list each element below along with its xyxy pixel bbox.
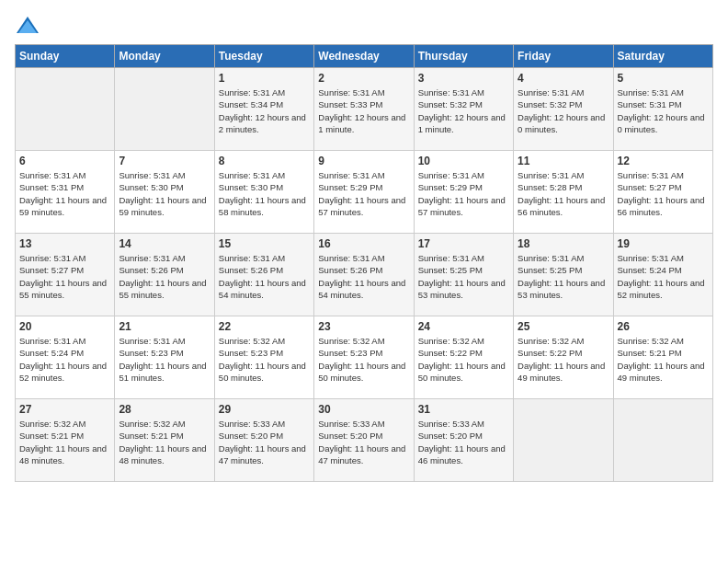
calendar-cell: 30 Sunrise: 5:33 AMSunset: 5:20 PMDaylig… <box>314 399 414 482</box>
calendar-cell: 28 Sunrise: 5:32 AMSunset: 5:21 PMDaylig… <box>115 399 214 482</box>
day-number: 16 <box>318 237 409 250</box>
calendar-cell: 3 Sunrise: 5:31 AMSunset: 5:32 PMDayligh… <box>414 68 513 151</box>
header <box>15 15 713 35</box>
weekday-header: Friday <box>514 45 613 68</box>
weekday-header: Thursday <box>414 45 513 68</box>
day-info: Sunrise: 5:31 AMSunset: 5:26 PMDaylight:… <box>119 252 210 301</box>
day-info: Sunrise: 5:31 AMSunset: 5:31 PMDaylight:… <box>618 86 709 135</box>
calendar-cell: 20 Sunrise: 5:31 AMSunset: 5:24 PMDaylig… <box>16 316 115 399</box>
day-number: 23 <box>318 320 409 333</box>
day-info: Sunrise: 5:31 AMSunset: 5:29 PMDaylight:… <box>318 169 409 218</box>
day-info: Sunrise: 5:32 AMSunset: 5:23 PMDaylight:… <box>318 335 409 384</box>
calendar-cell: 9 Sunrise: 5:31 AMSunset: 5:29 PMDayligh… <box>314 151 414 234</box>
calendar-cell <box>115 68 214 151</box>
calendar-cell: 24 Sunrise: 5:32 AMSunset: 5:22 PMDaylig… <box>414 316 513 399</box>
day-info: Sunrise: 5:32 AMSunset: 5:21 PMDaylight:… <box>618 335 709 384</box>
day-number: 22 <box>219 320 310 333</box>
calendar-cell: 17 Sunrise: 5:31 AMSunset: 5:25 PMDaylig… <box>414 234 513 316</box>
calendar-body: 1 Sunrise: 5:31 AMSunset: 5:34 PMDayligh… <box>16 68 713 482</box>
day-number: 1 <box>219 72 310 85</box>
calendar-cell: 23 Sunrise: 5:32 AMSunset: 5:23 PMDaylig… <box>314 316 414 399</box>
calendar-cell: 1 Sunrise: 5:31 AMSunset: 5:34 PMDayligh… <box>214 68 313 151</box>
calendar-cell: 26 Sunrise: 5:32 AMSunset: 5:21 PMDaylig… <box>613 316 712 399</box>
calendar-cell: 11 Sunrise: 5:31 AMSunset: 5:28 PMDaylig… <box>514 151 613 234</box>
day-number: 28 <box>119 403 210 416</box>
day-info: Sunrise: 5:31 AMSunset: 5:28 PMDaylight:… <box>518 169 609 218</box>
day-number: 21 <box>119 320 210 333</box>
day-info: Sunrise: 5:31 AMSunset: 5:26 PMDaylight:… <box>219 252 310 301</box>
weekday-header: Monday <box>115 45 214 68</box>
day-info: Sunrise: 5:32 AMSunset: 5:22 PMDaylight:… <box>418 335 509 384</box>
weekday-header: Wednesday <box>314 45 414 68</box>
day-info: Sunrise: 5:31 AMSunset: 5:30 PMDaylight:… <box>119 169 210 218</box>
day-number: 9 <box>318 155 409 167</box>
day-number: 11 <box>518 155 609 167</box>
day-info: Sunrise: 5:31 AMSunset: 5:27 PMDaylight:… <box>19 252 110 301</box>
calendar-cell: 25 Sunrise: 5:32 AMSunset: 5:22 PMDaylig… <box>514 316 613 399</box>
calendar-table: SundayMondayTuesdayWednesdayThursdayFrid… <box>15 44 713 482</box>
day-number: 4 <box>518 72 609 85</box>
day-number: 15 <box>219 237 310 250</box>
day-number: 17 <box>418 237 509 250</box>
calendar-cell: 22 Sunrise: 5:32 AMSunset: 5:23 PMDaylig… <box>214 316 313 399</box>
day-info: Sunrise: 5:31 AMSunset: 5:32 PMDaylight:… <box>518 86 609 135</box>
calendar-cell: 27 Sunrise: 5:32 AMSunset: 5:21 PMDaylig… <box>16 399 115 482</box>
day-number: 19 <box>618 237 709 250</box>
day-number: 13 <box>19 237 110 250</box>
day-info: Sunrise: 5:33 AMSunset: 5:20 PMDaylight:… <box>318 418 409 466</box>
day-info: Sunrise: 5:31 AMSunset: 5:23 PMDaylight:… <box>119 335 210 384</box>
weekday-header: Tuesday <box>214 45 313 68</box>
day-info: Sunrise: 5:31 AMSunset: 5:30 PMDaylight:… <box>219 169 310 218</box>
day-info: Sunrise: 5:31 AMSunset: 5:26 PMDaylight:… <box>318 252 409 301</box>
day-number: 10 <box>418 155 509 167</box>
calendar-cell <box>16 68 115 151</box>
calendar-cell: 15 Sunrise: 5:31 AMSunset: 5:26 PMDaylig… <box>214 234 313 316</box>
day-number: 5 <box>618 72 709 85</box>
calendar-cell: 2 Sunrise: 5:31 AMSunset: 5:33 PMDayligh… <box>314 68 414 151</box>
day-info: Sunrise: 5:32 AMSunset: 5:22 PMDaylight:… <box>518 335 609 384</box>
calendar-cell: 4 Sunrise: 5:31 AMSunset: 5:32 PMDayligh… <box>514 68 613 151</box>
day-number: 24 <box>418 320 509 333</box>
day-info: Sunrise: 5:33 AMSunset: 5:20 PMDaylight:… <box>418 418 509 466</box>
day-number: 14 <box>119 237 210 250</box>
day-number: 7 <box>119 155 210 167</box>
day-number: 3 <box>418 72 509 85</box>
calendar-cell: 10 Sunrise: 5:31 AMSunset: 5:29 PMDaylig… <box>414 151 513 234</box>
calendar-cell: 14 Sunrise: 5:31 AMSunset: 5:26 PMDaylig… <box>115 234 214 316</box>
calendar-cell: 7 Sunrise: 5:31 AMSunset: 5:30 PMDayligh… <box>115 151 214 234</box>
day-number: 25 <box>518 320 609 333</box>
calendar-cell <box>514 399 613 482</box>
day-number: 31 <box>418 403 509 416</box>
logo-icon <box>15 15 40 35</box>
day-info: Sunrise: 5:31 AMSunset: 5:29 PMDaylight:… <box>418 169 509 218</box>
calendar-cell: 29 Sunrise: 5:33 AMSunset: 5:20 PMDaylig… <box>214 399 313 482</box>
calendar-cell: 18 Sunrise: 5:31 AMSunset: 5:25 PMDaylig… <box>514 234 613 316</box>
day-info: Sunrise: 5:31 AMSunset: 5:24 PMDaylight:… <box>19 335 110 384</box>
day-number: 8 <box>219 155 310 167</box>
weekday-header: Sunday <box>16 45 115 68</box>
day-info: Sunrise: 5:32 AMSunset: 5:21 PMDaylight:… <box>119 418 210 466</box>
day-number: 29 <box>219 403 310 416</box>
day-info: Sunrise: 5:31 AMSunset: 5:33 PMDaylight:… <box>318 86 409 135</box>
day-info: Sunrise: 5:31 AMSunset: 5:32 PMDaylight:… <box>418 86 509 135</box>
day-info: Sunrise: 5:32 AMSunset: 5:21 PMDaylight:… <box>19 418 110 466</box>
day-info: Sunrise: 5:31 AMSunset: 5:27 PMDaylight:… <box>618 169 709 218</box>
calendar-cell: 6 Sunrise: 5:31 AMSunset: 5:31 PMDayligh… <box>16 151 115 234</box>
calendar-cell: 31 Sunrise: 5:33 AMSunset: 5:20 PMDaylig… <box>414 399 513 482</box>
day-info: Sunrise: 5:32 AMSunset: 5:23 PMDaylight:… <box>219 335 310 384</box>
day-info: Sunrise: 5:31 AMSunset: 5:24 PMDaylight:… <box>618 252 709 301</box>
day-info: Sunrise: 5:31 AMSunset: 5:34 PMDaylight:… <box>219 86 310 135</box>
calendar-cell: 21 Sunrise: 5:31 AMSunset: 5:23 PMDaylig… <box>115 316 214 399</box>
calendar-cell <box>613 399 712 482</box>
calendar-cell: 13 Sunrise: 5:31 AMSunset: 5:27 PMDaylig… <box>16 234 115 316</box>
day-number: 18 <box>518 237 609 250</box>
weekday-header: Saturday <box>613 45 712 68</box>
day-info: Sunrise: 5:31 AMSunset: 5:31 PMDaylight:… <box>19 169 110 218</box>
calendar-cell: 8 Sunrise: 5:31 AMSunset: 5:30 PMDayligh… <box>214 151 313 234</box>
day-number: 26 <box>618 320 709 333</box>
calendar-cell: 12 Sunrise: 5:31 AMSunset: 5:27 PMDaylig… <box>613 151 712 234</box>
calendar-cell: 5 Sunrise: 5:31 AMSunset: 5:31 PMDayligh… <box>613 68 712 151</box>
day-number: 20 <box>19 320 110 333</box>
day-number: 2 <box>318 72 409 85</box>
day-number: 12 <box>618 155 709 167</box>
